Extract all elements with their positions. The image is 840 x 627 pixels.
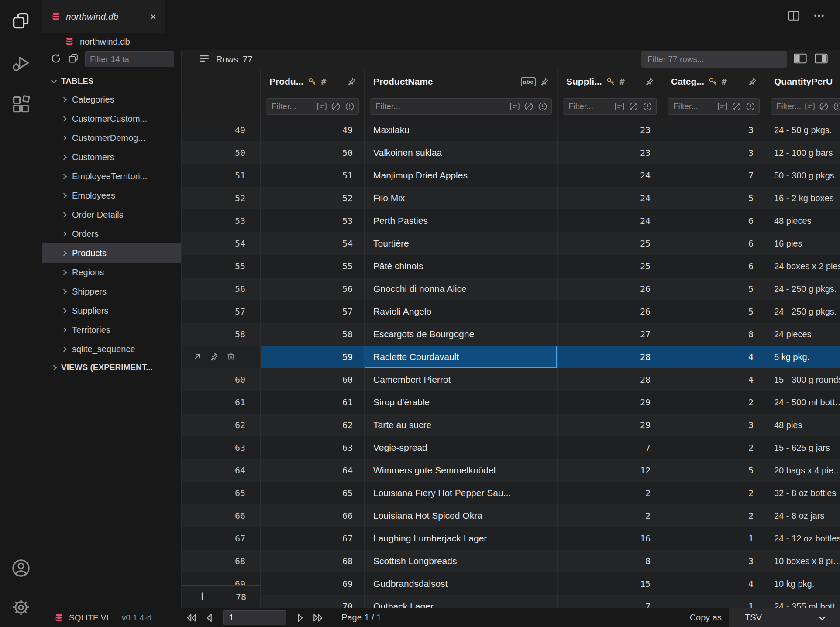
add-row-icon[interactable] — [196, 590, 208, 603]
section-tables[interactable]: TABLES — [42, 72, 181, 90]
cell-supplier-id[interactable]: 24 — [558, 187, 662, 209]
cell-product-id[interactable]: 68 — [261, 550, 365, 572]
column-header-productname[interactable]: ProductNameabc — [365, 69, 558, 94]
cell-quantity-per-unit[interactable]: 20 bags x 4 pieces — [765, 459, 840, 482]
cell-product-name[interactable]: Maxilaku — [365, 119, 558, 141]
layout-right-panel-icon[interactable] — [815, 53, 828, 66]
cell-supplier-id[interactable]: 28 — [558, 346, 662, 368]
page-number-input[interactable] — [223, 610, 286, 625]
cell-quantity-per-unit[interactable]: 15 - 300 g rounds — [765, 368, 840, 391]
sidebar-item-employeeterritori[interactable]: EmployeeTerritori... — [42, 167, 181, 186]
row-number[interactable]: 65 — [182, 482, 261, 504]
first-page-icon[interactable] — [184, 610, 199, 625]
cell-category-id[interactable]: 4 — [662, 572, 765, 595]
cell-product-id[interactable]: 69 — [261, 572, 365, 595]
cell-product-name[interactable]: Laughing Lumberjack Lager — [365, 527, 558, 550]
cell-category-id[interactable]: 3 — [662, 119, 765, 141]
cell-supplier-id[interactable]: 29 — [558, 391, 662, 414]
row-number[interactable]: 64 — [182, 459, 261, 482]
cell-product-name[interactable]: Filo Mix — [365, 187, 558, 209]
cell-quantity-per-unit[interactable]: 48 pies — [765, 414, 840, 436]
cell-quantity-per-unit[interactable]: 5 kg pkg. — [765, 346, 840, 368]
cell-supplier-id[interactable]: 15 — [558, 572, 662, 595]
filter-exclude-icon[interactable] — [628, 101, 639, 112]
table-row[interactable]: 6666Louisiana Hot Spiced Okra2224 - 8 oz… — [182, 504, 840, 527]
column-filter-input[interactable]: Filter... — [771, 98, 840, 115]
table-row[interactable]: 7070Outback Lager7124 - 355 ml bottles — [182, 595, 840, 608]
row-number[interactable]: 62 — [182, 414, 261, 436]
cell-supplier-id[interactable]: 24 — [558, 209, 662, 232]
column-filter-input[interactable]: Filter... — [266, 98, 359, 115]
cell-quantity-per-unit[interactable]: 16 - 2 kg boxes — [765, 187, 840, 209]
table-row[interactable]: 6060Camembert Pierrot28415 - 300 g round… — [182, 368, 840, 391]
tab-northwind-db[interactable]: northwind.db × — [42, 0, 165, 33]
open-database-icon[interactable] — [68, 53, 79, 66]
table-row[interactable]: 5656Gnocchi di nonna Alice26524 - 250 g … — [182, 278, 840, 300]
table-row[interactable]: 5555Pâté chinois25624 boxes x 2 pies — [182, 255, 840, 278]
sidebar-item-order-details[interactable]: Order Details — [42, 205, 181, 224]
layout-left-panel-icon[interactable] — [794, 53, 807, 66]
filter-error-icon[interactable] — [745, 101, 756, 112]
cell-product-id[interactable]: 64 — [261, 459, 365, 482]
cell-supplier-id[interactable]: 28 — [558, 368, 662, 391]
sidebar-item-customerdemog[interactable]: CustomerDemog... — [42, 128, 181, 147]
filter-mode-icon[interactable] — [316, 101, 327, 112]
cell-supplier-id[interactable]: 24 — [558, 164, 662, 187]
cell-quantity-per-unit[interactable]: 50 - 300 g pkgs. — [765, 164, 840, 187]
table-row[interactable]: 5252Filo Mix24516 - 2 kg boxes — [182, 187, 840, 209]
cell-category-id[interactable]: 6 — [662, 255, 765, 278]
row-number[interactable]: 60 — [182, 368, 261, 391]
copy-format-select[interactable]: TSV — [729, 608, 840, 627]
cell-product-name[interactable]: Camembert Pierrot — [365, 368, 558, 391]
column-header-produ[interactable]: Produ...# — [261, 69, 365, 94]
cell-product-name[interactable]: Tarte au sucre — [365, 414, 558, 436]
table-row[interactable]: 6565Louisiana Fiery Hot Pepper Sau...223… — [182, 482, 840, 504]
more-actions-icon[interactable] — [813, 10, 825, 24]
row-number[interactable]: 49 — [182, 119, 261, 141]
cell-product-id[interactable]: 66 — [261, 504, 365, 527]
column-filter-input[interactable]: Filter... — [370, 98, 552, 115]
cell-category-id[interactable]: 2 — [662, 436, 765, 459]
cell-category-id[interactable]: 5 — [662, 187, 765, 209]
cell-supplier-id[interactable]: 27 — [558, 323, 662, 346]
cell-product-id[interactable]: 60 — [261, 368, 365, 391]
cell-product-name[interactable]: Louisiana Fiery Hot Pepper Sau... — [365, 482, 558, 504]
cell-quantity-per-unit[interactable]: 24 boxes x 2 pies — [765, 255, 840, 278]
sidebar-item-products[interactable]: Products — [42, 243, 181, 263]
column-header-categ[interactable]: Categ...# — [662, 69, 765, 94]
row-number[interactable]: 56 — [182, 278, 261, 300]
cell-quantity-per-unit[interactable]: 32 - 8 oz bottles — [765, 482, 840, 504]
table-row[interactable]: 5757Ravioli Angelo26524 - 250 g pkgs. — [182, 300, 840, 323]
extensions-icon[interactable] — [0, 84, 42, 126]
cell-category-id[interactable]: 5 — [662, 300, 765, 323]
cell-supplier-id[interactable]: 2 — [558, 482, 662, 504]
row-number[interactable]: 63 — [182, 436, 261, 459]
filter-exclude-icon[interactable] — [818, 101, 830, 112]
pin-column-icon[interactable] — [747, 77, 757, 86]
cell-supplier-id[interactable]: 23 — [558, 141, 662, 164]
pin-column-icon[interactable] — [644, 77, 654, 86]
cell-category-id[interactable]: 6 — [662, 232, 765, 255]
column-filter-input[interactable]: Filter... — [563, 98, 657, 115]
cell-product-name[interactable]: Ravioli Angelo — [365, 300, 558, 323]
cell-product-id[interactable]: 58 — [261, 323, 365, 346]
cell-category-id[interactable]: 2 — [662, 391, 765, 414]
cell-product-id[interactable]: 67 — [261, 527, 365, 550]
column-header-quantityperu[interactable]: QuantityPerU — [765, 69, 840, 94]
filter-error-icon[interactable] — [537, 101, 548, 112]
sidebar-item-customercustom[interactable]: CustomerCustom... — [42, 109, 181, 128]
row-number[interactable]: 51 — [182, 164, 261, 187]
row-number[interactable]: 50 — [182, 141, 261, 164]
last-page-icon[interactable] — [311, 610, 326, 625]
sidebar-item-orders[interactable]: Orders — [42, 224, 181, 243]
row-number[interactable]: 61 — [182, 391, 261, 414]
cell-product-name[interactable]: Valkoinen suklaa — [365, 141, 558, 164]
cell-supplier-id[interactable]: 25 — [558, 255, 662, 278]
settings-gear-icon[interactable] — [0, 588, 42, 627]
table-row[interactable]: 5353Perth Pasties24648 pieces — [182, 209, 840, 232]
filter-error-icon[interactable] — [832, 101, 840, 112]
cell-product-name[interactable]: Escargots de Bourgogne — [365, 323, 558, 346]
cell-product-id[interactable]: 54 — [261, 232, 365, 255]
cell-category-id[interactable]: 5 — [662, 459, 765, 482]
cell-category-id[interactable]: 1 — [662, 527, 765, 550]
